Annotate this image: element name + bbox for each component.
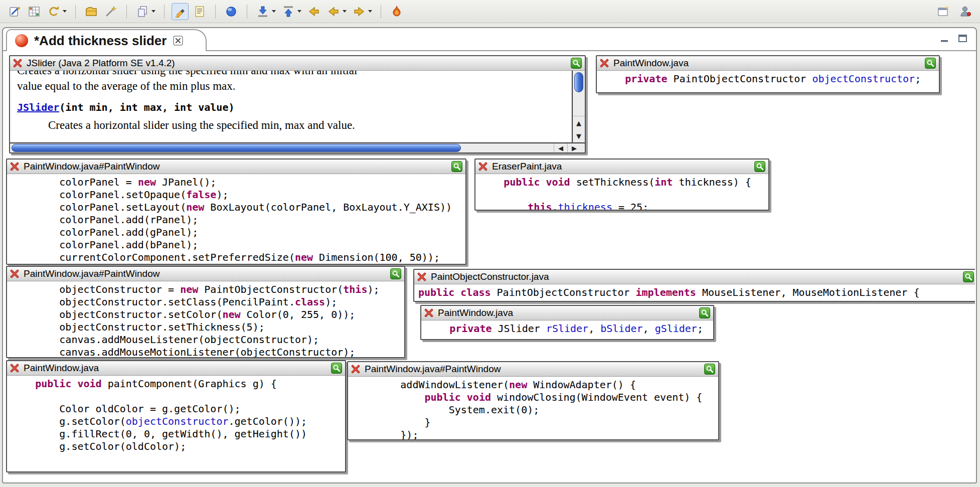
vertical-scrollbar[interactable]: ▲▼ <box>572 71 585 142</box>
tab-close-icon[interactable] <box>173 35 184 46</box>
code-line <box>11 390 341 403</box>
close-bubble-icon[interactable] <box>10 162 19 171</box>
bubble-class-decl: PaintObjectConstructor.javapublic class … <box>413 269 975 302</box>
code-editor[interactable]: colorPanel = new JPanel(); colorPanel.se… <box>7 174 465 264</box>
code-editor[interactable]: public void paintComponent(Graphics g) {… <box>7 376 345 471</box>
user-presence-icon[interactable] <box>957 3 974 20</box>
minimize-icon[interactable] <box>939 33 951 44</box>
search-bubble-icon[interactable] <box>571 58 582 69</box>
bubble-colorpanel: PaintWindow.java#PaintWindow colorPanel … <box>6 158 466 265</box>
code-line: this.thickness = 25; <box>479 201 764 210</box>
code-line: private JSlider rSlider, bSlider, gSlide… <box>425 322 709 335</box>
code-line: System.exit(0); <box>352 404 714 416</box>
toolbar-separator <box>381 5 381 19</box>
new-window-icon[interactable] <box>935 3 952 20</box>
search-bubble-icon[interactable] <box>331 363 342 374</box>
search-bubble-icon[interactable] <box>704 364 715 375</box>
close-bubble-icon[interactable] <box>10 364 19 373</box>
code-line: public void paintComponent(Graphics g) { <box>11 378 341 390</box>
dropdown-arrow-icon[interactable] <box>368 10 372 13</box>
close-bubble-icon[interactable] <box>351 365 360 374</box>
doc-signature: JSlider(int min, int max, int value) <box>17 100 565 115</box>
dropdown-arrow-icon[interactable] <box>343 10 347 13</box>
doc-signature-link[interactable]: JSlider <box>17 101 59 113</box>
search-bubble-icon[interactable] <box>925 58 936 69</box>
bubble-title-bar[interactable]: PaintObjectConstructor.java <box>414 270 975 284</box>
bubble-title-text: PaintWindow.java <box>24 363 99 374</box>
search-bubble-icon[interactable] <box>390 268 401 279</box>
bubble-paintcomponent: PaintWindow.java public void paintCompon… <box>6 360 346 472</box>
code-line <box>479 189 764 201</box>
chat-flame-icon[interactable] <box>388 3 405 20</box>
new-bubble-icon[interactable] <box>6 3 23 20</box>
code-line: }); <box>352 429 714 439</box>
scroll-up-icon[interactable]: ▲ <box>573 116 585 129</box>
tab-add-thickness-slider[interactable]: *Add thickness slider <box>6 29 207 51</box>
code-line: canvas.addMouseMotionListener(objectCons… <box>11 346 400 357</box>
export-icon[interactable] <box>280 3 297 20</box>
dropdown-arrow-icon[interactable] <box>151 10 155 13</box>
bubble-group-icon[interactable] <box>26 3 43 20</box>
bubble-title-bar[interactable]: PaintWindow.java#PaintWindow <box>7 267 404 281</box>
close-bubble-icon[interactable] <box>478 162 487 171</box>
code-editor[interactable]: public class PaintObjectConstructor impl… <box>414 284 975 301</box>
open-file-icon[interactable] <box>83 3 100 20</box>
scroll-right-icon[interactable]: ▶ <box>567 143 581 152</box>
bubbles-window: *Add thickness slider JSlider (Java 2 Pl… <box>2 27 977 483</box>
code-line: objectConstructor = new PaintObjectConst… <box>11 283 400 296</box>
code-line: colorPanel.add(gPanel); <box>11 226 461 239</box>
dropdown-arrow-icon[interactable] <box>297 10 301 13</box>
close-bubble-icon[interactable] <box>600 59 609 68</box>
update-bubbles-icon[interactable] <box>45 3 62 20</box>
close-bubble-icon[interactable] <box>10 269 19 278</box>
bubble-title-bar[interactable]: JSlider (Java 2 Platform SE v1.4.2) <box>10 56 585 71</box>
bubble-title-text: EraserPaint.java <box>492 161 562 172</box>
globe-icon[interactable] <box>223 3 240 20</box>
code-editor[interactable]: public void setThickness(int thickness) … <box>475 174 768 210</box>
maximize-icon[interactable] <box>957 33 969 44</box>
bubble-jslider-doc: JSlider (Java 2 Platform SE v1.4.2)Creat… <box>9 55 586 153</box>
bubble-rslider-field: PaintWindow.java private JSlider rSlider… <box>420 305 714 340</box>
bubble-title-bar[interactable]: PaintWindow.java#PaintWindow <box>7 159 465 174</box>
close-bubble-icon[interactable] <box>13 59 22 68</box>
code-line: public class PaintObjectConstructor impl… <box>418 286 973 299</box>
toolbar-separator <box>75 5 76 19</box>
search-bubble-icon[interactable] <box>699 307 710 318</box>
back-icon[interactable] <box>325 3 342 20</box>
search-wand-icon[interactable] <box>102 3 119 20</box>
bubble-title-bar[interactable]: PaintWindow.java <box>7 361 345 376</box>
code-line: colorPanel.add(rPanel); <box>11 214 461 226</box>
bubble-title-bar[interactable]: EraserPaint.java <box>475 159 768 174</box>
dropdown-arrow-icon[interactable] <box>272 10 276 13</box>
tab-title: *Add thickness slider <box>34 33 167 49</box>
previous-location-icon[interactable] <box>305 3 322 20</box>
search-bubble-icon[interactable] <box>754 161 765 172</box>
close-bubble-icon[interactable] <box>424 308 433 317</box>
code-editor[interactable]: objectConstructor = new PaintObjectConst… <box>7 281 404 357</box>
search-bubble-icon[interactable] <box>451 161 462 172</box>
code-editor[interactable]: addWindowListener(new WindowAdapter() { … <box>348 377 718 439</box>
code-line: public void windowClosing(WindowEvent ev… <box>352 391 714 404</box>
javadoc-viewer: Creates a horizontal slider using the sp… <box>10 71 585 152</box>
bubble-title-bar[interactable]: PaintWindow.java <box>597 56 939 71</box>
dropdown-arrow-icon[interactable] <box>63 10 67 13</box>
horizontal-scrollbar-thumb[interactable] <box>12 144 461 152</box>
scroll-left-icon[interactable]: ◀ <box>554 143 567 152</box>
forward-icon[interactable] <box>351 3 368 20</box>
toolbar-separator <box>215 5 216 19</box>
workspace[interactable]: JSlider (Java 2 Platform SE v1.4.2)Creat… <box>4 51 975 481</box>
marker-icon[interactable] <box>172 3 189 20</box>
bubble-title-bar[interactable]: PaintWindow.java <box>421 306 713 320</box>
bubble-title-text: PaintWindow.java <box>613 58 689 69</box>
code-editor[interactable]: private JSlider rSlider, bSlider, gSlide… <box>421 320 713 339</box>
code-editor[interactable]: private PaintObjectConstructor objectCon… <box>597 71 939 92</box>
close-bubble-icon[interactable] <box>417 272 426 281</box>
import-icon[interactable] <box>254 3 271 20</box>
search-bubble-icon[interactable] <box>963 271 974 282</box>
copy-bubble-icon[interactable] <box>134 3 151 20</box>
horizontal-scrollbar[interactable]: ◀▶ <box>10 142 585 152</box>
code-line: g.setColor(objectConstructor.getColor())… <box>11 415 341 428</box>
vertical-scrollbar-thumb[interactable] <box>574 72 583 92</box>
bubble-title-bar[interactable]: PaintWindow.java#PaintWindow <box>348 362 718 377</box>
note-icon[interactable] <box>191 3 208 20</box>
